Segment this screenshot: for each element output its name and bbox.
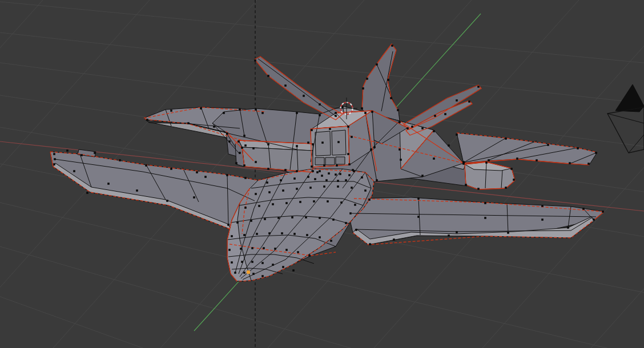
viewport-canvas[interactable] bbox=[0, 0, 644, 348]
cube-slot-2[interactable] bbox=[325, 157, 335, 165]
blender-3d-viewport[interactable] bbox=[0, 0, 644, 348]
cube-slot-1[interactable] bbox=[315, 157, 324, 165]
cube-slot-3[interactable] bbox=[336, 157, 345, 164]
active-vertex[interactable] bbox=[247, 270, 250, 274]
